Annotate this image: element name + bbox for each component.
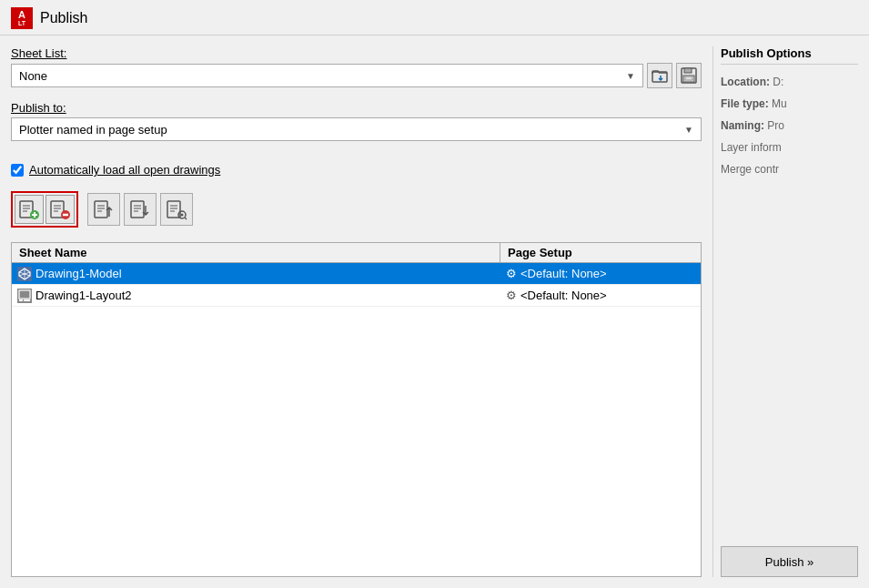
page-setup-icon: ⚙	[506, 267, 517, 280]
svg-rect-2	[684, 68, 692, 73]
layer-option: Layer inform	[721, 141, 858, 154]
page-setup-cell: ⚙ <Default: None>	[500, 265, 701, 282]
folder-arrow-icon	[651, 66, 669, 85]
publish-to-label: Publish to:	[11, 101, 702, 115]
publish-to-arrow: ▼	[684, 125, 693, 135]
dialog-title: Publish	[40, 10, 87, 26]
publish-to-row: Plotter named in page setup ▼	[11, 117, 702, 141]
sheet-table: Sheet Name Page Setup	[11, 242, 702, 577]
sheet-list-select[interactable]: None ▼	[11, 64, 643, 87]
file-type-value: Mu	[772, 97, 787, 110]
move-up-icon	[93, 198, 115, 220]
location-label: Location:	[721, 76, 770, 88]
sheet-name-header: Sheet Name	[12, 243, 500, 262]
page-setup-cell: ⚙ <Default: None>	[500, 287, 701, 304]
sheet-name-cell: Drawing1-Layout2	[12, 287, 500, 305]
publish-to-section: Publish to: Plotter named in page setup …	[11, 101, 702, 147]
load-sheet-list-button[interactable]	[647, 63, 672, 88]
sheet-list-section: Sheet List: None ▼	[11, 46, 702, 94]
sheet-name: Drawing1-Model	[35, 267, 122, 280]
preview-button[interactable]	[160, 193, 193, 226]
merge-option: Merge contr	[721, 163, 858, 176]
sheet-toolbar	[11, 191, 702, 228]
preview-icon	[166, 198, 187, 220]
move-down-icon	[129, 198, 151, 220]
autocad-icon: A LT	[11, 7, 33, 29]
publish-to-value: Plotter named in page setup	[19, 123, 167, 137]
page-setup-value: <Default: None>	[520, 267, 607, 280]
naming-value: Pro	[767, 119, 784, 132]
svg-rect-40	[19, 299, 23, 301]
sheet-name: Drawing1-Layout2	[35, 289, 132, 302]
sheet-list-row: None ▼	[11, 63, 702, 88]
location-value: D:	[773, 76, 783, 88]
file-type-option: File type: Mu	[721, 97, 858, 110]
auto-load-checkbox[interactable]	[11, 164, 24, 177]
auto-load-row: Automatically load all open drawings	[11, 163, 702, 177]
highlighted-buttons-group	[11, 191, 78, 228]
left-panel: Sheet List: None ▼	[11, 46, 702, 577]
location-option: Location: D:	[721, 76, 858, 88]
page-setup-header: Page Setup	[500, 243, 701, 262]
add-sheet-button[interactable]	[15, 195, 44, 224]
svg-line-32	[185, 218, 187, 219]
dialog-body: Sheet List: None ▼	[0, 35, 869, 588]
file-type-label: File type:	[721, 97, 769, 110]
save-sheet-list-button[interactable]	[676, 63, 702, 88]
page-setup-value: <Default: None>	[520, 289, 607, 302]
auto-load-label: Automatically load all open drawings	[29, 163, 220, 177]
publish-options-title: Publish Options	[721, 46, 858, 65]
publish-to-select[interactable]: Plotter named in page setup ▼	[11, 117, 702, 141]
naming-label: Naming:	[721, 119, 764, 132]
sheet-list-arrow: ▼	[626, 71, 635, 81]
sheet-list-value: None	[19, 69, 47, 83]
move-sheet-down-button[interactable]	[124, 193, 157, 226]
sheet-row[interactable]: Drawing1-Model ⚙ <Default: None>	[12, 263, 701, 285]
sheet-row[interactable]: Drawing1-Layout2 ⚙ <Default: None>	[12, 285, 701, 307]
sheet-name-cell: Drawing1-Model	[12, 265, 500, 283]
remove-sheet-icon	[49, 198, 71, 220]
model-icon	[17, 267, 32, 281]
publish-dialog: A LT Publish Sheet List: None ▼	[0, 0, 869, 588]
title-bar: A LT Publish	[0, 0, 869, 35]
sheet-table-header: Sheet Name Page Setup	[12, 243, 701, 263]
save-icon	[680, 66, 698, 85]
svg-rect-18	[95, 201, 107, 218]
layout-icon	[17, 289, 32, 303]
layer-label: Layer inform	[721, 141, 782, 154]
remove-sheet-button[interactable]	[45, 195, 75, 224]
sheet-list-label: Sheet List:	[11, 46, 702, 60]
publish-button[interactable]: Publish »	[721, 546, 858, 577]
naming-option: Naming: Pro	[721, 119, 858, 132]
svg-rect-41	[24, 299, 30, 301]
page-setup-icon: ⚙	[506, 289, 517, 302]
right-panel: Publish Options Location: D: File type: …	[712, 46, 858, 577]
move-sheet-up-button[interactable]	[87, 193, 120, 226]
add-sheet-icon	[18, 198, 40, 220]
svg-rect-22	[131, 201, 144, 218]
svg-point-31	[181, 214, 184, 217]
merge-label: Merge contr	[721, 163, 779, 176]
